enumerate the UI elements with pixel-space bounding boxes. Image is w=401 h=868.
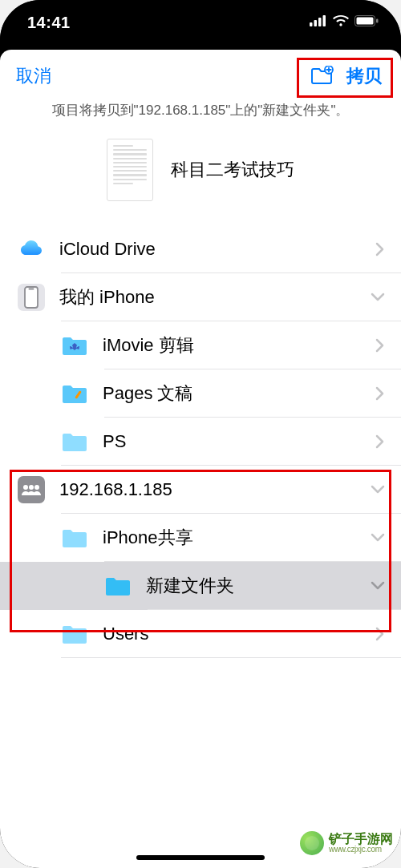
row-icloud[interactable]: iCloud Drive: [0, 225, 401, 273]
row-label: 我的 iPhone: [45, 285, 371, 309]
wifi-icon: [333, 15, 349, 30]
svg-rect-2: [318, 18, 322, 26]
row-users[interactable]: Users: [0, 610, 401, 658]
row-iphone-share[interactable]: iPhone共享: [0, 514, 401, 562]
row-pages[interactable]: Pages 文稿: [0, 369, 401, 418]
watermark-logo-icon: [300, 831, 324, 855]
chevron-right-icon: [375, 242, 385, 256]
row-label: Pages 文稿: [88, 382, 375, 406]
phone-frame: 14:41 取消 拷贝 项目将拷贝到"192.168.1.185"上的"新建文: [0, 0, 401, 868]
folder-pages-icon: [61, 380, 88, 407]
status-time: 14:41: [27, 14, 71, 32]
row-my-iphone[interactable]: 我的 iPhone: [0, 273, 401, 321]
svg-rect-10: [29, 289, 34, 290]
chevron-down-icon: [371, 485, 385, 495]
watermark-en: www.czjxjc.com: [329, 846, 393, 854]
folder-icon: [61, 620, 88, 648]
nav-right-group: 拷贝: [306, 63, 385, 90]
sheet-nav: 取消 拷贝: [0, 50, 401, 98]
watermark-cn: 铲子手游网: [329, 833, 393, 846]
folder-icon: [104, 572, 132, 600]
svg-rect-0: [310, 22, 313, 26]
status-bar: 14:41: [0, 0, 401, 45]
chevron-right-icon: [375, 386, 385, 401]
chevron-down-icon: [371, 533, 385, 543]
status-right: [310, 15, 379, 30]
locations-list: iCloud Drive 我的 iPhone iMovie 剪辑: [0, 225, 401, 868]
chevron-right-icon: [375, 434, 385, 449]
svg-point-13: [29, 485, 34, 490]
folder-icon: [61, 428, 88, 455]
iphone-icon: [18, 284, 45, 311]
watermark: 铲子手游网 www.czjxjc.com: [300, 831, 393, 855]
row-label: 192.168.1.185: [45, 479, 371, 500]
svg-rect-1: [314, 20, 318, 26]
svg-rect-6: [376, 19, 379, 23]
row-label: 新建文件夹: [132, 574, 371, 598]
row-label: iPhone共享: [88, 526, 371, 550]
file-name-label: 科目二考试技巧: [171, 158, 294, 182]
svg-rect-3: [323, 15, 326, 26]
svg-rect-9: [25, 287, 38, 308]
folder-icon: [61, 524, 88, 551]
subtitle-text: 项目将拷贝到"192.168.1.185"上的"新建文件夹"。: [0, 98, 401, 131]
chevron-down-icon: [371, 293, 385, 302]
row-label: Users: [88, 624, 375, 644]
icloud-icon: [18, 236, 45, 263]
row-ps[interactable]: PS: [0, 418, 401, 466]
chevron-right-icon: [375, 338, 385, 353]
file-preview: 科目二考试技巧: [0, 131, 401, 225]
folder-imovie-icon: [61, 332, 88, 359]
cancel-button[interactable]: 取消: [16, 64, 51, 88]
battery-icon: [354, 15, 379, 30]
svg-point-14: [34, 485, 39, 490]
document-thumbnail-icon: [107, 139, 153, 201]
home-indicator[interactable]: [136, 855, 265, 860]
row-imovie[interactable]: iMovie 剪辑: [0, 321, 401, 369]
new-folder-icon[interactable]: [310, 66, 334, 87]
row-server[interactable]: 192.168.1.185: [0, 466, 401, 514]
chevron-right-icon: [375, 627, 385, 641]
row-label: iCloud Drive: [45, 239, 375, 260]
row-label: iMovie 剪辑: [88, 333, 375, 357]
copy-sheet: 取消 拷贝 项目将拷贝到"192.168.1.185"上的"新建文件夹"。 科目…: [0, 50, 401, 868]
chevron-down-icon: [371, 581, 385, 591]
svg-rect-5: [357, 18, 374, 25]
cellular-bars-icon: [310, 15, 327, 30]
copy-button[interactable]: 拷贝: [346, 64, 382, 88]
svg-point-12: [23, 485, 28, 490]
row-new-folder[interactable]: 新建文件夹: [0, 562, 401, 610]
row-label: PS: [88, 431, 375, 452]
shared-server-icon: [18, 476, 45, 503]
